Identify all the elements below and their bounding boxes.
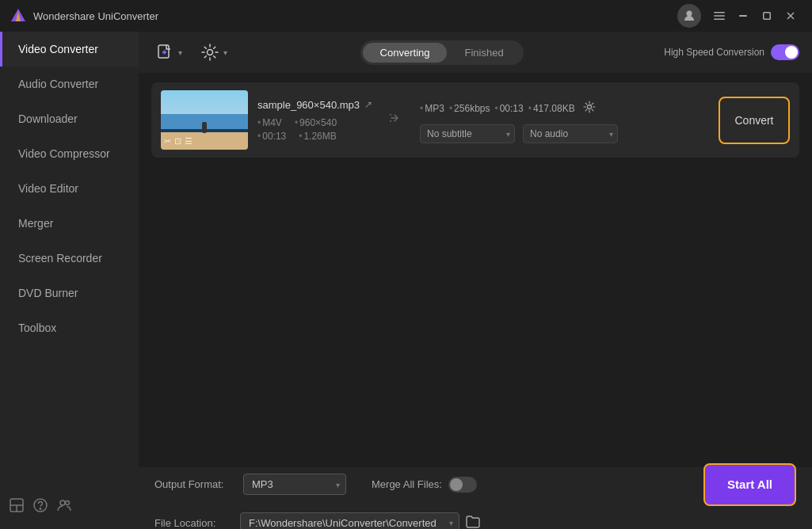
location-select-wrap: F:\Wondershare\UniConverter\Converted — [240, 512, 459, 530]
sidebar-item-video-editor[interactable]: Video Editor — [0, 171, 139, 206]
menu-btn[interactable] — [707, 4, 731, 28]
speed-label: High Speed Conversion — [664, 47, 764, 58]
thumbnail-controls: ✂ ⊡ ☰ — [164, 136, 193, 147]
file-item: ✂ ⊡ ☰ sample_960×540.mp3 ↗ •M4V — [151, 82, 799, 158]
output-info: •MP3 •256kbps •00:13 •417.08KB — [420, 97, 709, 143]
svg-point-15 — [60, 500, 65, 505]
sidebar-item-video-converter[interactable]: Video Converter — [0, 32, 139, 67]
source-resolution: •960×540 — [295, 117, 337, 128]
output-size: •417.08KB — [528, 103, 575, 114]
help-icon[interactable] — [33, 498, 48, 516]
subtitle-dropdown-wrap: No subtitle — [420, 124, 515, 143]
minimize-btn[interactable] — [731, 4, 755, 28]
file-meta: •M4V •960×540 •00:13 •1.26MB — [257, 117, 372, 142]
svg-rect-7 — [764, 13, 771, 20]
speed-section: High Speed Conversion — [664, 44, 799, 60]
settings-caret: ▾ — [223, 48, 227, 57]
title-bar: Wondershare UniConverter — [0, 0, 812, 32]
svg-point-23 — [587, 105, 591, 108]
output-format-select[interactable]: MP3 — [243, 474, 346, 495]
sidebar-item-video-compressor[interactable]: Video Compressor — [0, 136, 139, 171]
high-speed-toggle[interactable] — [771, 44, 799, 60]
subtitle-dropdown[interactable]: No subtitle — [420, 124, 515, 143]
sidebar-item-downloader[interactable]: Downloader — [0, 101, 139, 136]
merge-knob — [450, 478, 463, 491]
svg-point-2 — [687, 11, 692, 17]
file-info: sample_960×540.mp3 ↗ •M4V •960×540 — [257, 99, 372, 142]
user-avatar-btn[interactable] — [677, 4, 701, 28]
folder-browse-btn[interactable] — [466, 516, 480, 530]
convert-btn[interactable]: Convert — [719, 97, 790, 144]
meta-row-1: •M4V •960×540 — [257, 117, 372, 128]
sidebar: Video Converter Audio Converter Download… — [0, 32, 139, 529]
sidebar-item-toolbox[interactable]: Toolbox — [0, 310, 139, 345]
svg-rect-3 — [714, 12, 725, 13]
file-name-row: sample_960×540.mp3 ↗ — [257, 99, 372, 111]
sidebar-item-merger[interactable]: Merger — [0, 206, 139, 241]
output-format-label: Output Format: — [154, 478, 234, 490]
meta-row-2: •00:13 •1.26MB — [257, 131, 372, 142]
bottom-bar: Output Format: MP3 Merge All Files: Star… — [139, 467, 812, 529]
toolbar: ▾ ▾ Converting Finished High Speed Conve… — [139, 32, 812, 73]
merge-label: Merge All Files: — [372, 478, 442, 490]
svg-rect-5 — [714, 19, 725, 21]
file-name: sample_960×540.mp3 — [257, 99, 360, 111]
crop-icon[interactable]: ⊡ — [174, 136, 181, 147]
tab-switcher: Converting Finished — [360, 40, 524, 65]
file-list-area: ✂ ⊡ ☰ sample_960×540.mp3 ↗ •M4V — [139, 73, 812, 467]
bottom-row-1: Output Format: MP3 Merge All Files: Star… — [154, 463, 796, 506]
output-settings-btn[interactable] — [580, 97, 599, 120]
file-location-select[interactable]: F:\Wondershare\UniConverter\Converted — [240, 512, 459, 530]
list-icon[interactable]: ☰ — [185, 136, 193, 147]
file-link-icon[interactable]: ↗ — [364, 99, 372, 110]
merge-section: Merge All Files: — [372, 477, 477, 493]
merge-toggle[interactable] — [448, 477, 477, 493]
scissors-icon[interactable]: ✂ — [164, 136, 171, 147]
tab-converting[interactable]: Converting — [363, 43, 448, 63]
audio-dropdown-wrap: No audio — [523, 124, 618, 143]
sidebar-item-screen-recorder[interactable]: Screen Recorder — [0, 241, 139, 276]
source-size: •1.26MB — [299, 131, 337, 142]
main-layout: Video Converter Audio Converter Download… — [0, 32, 812, 529]
file-thumbnail: ✂ ⊡ ☰ — [161, 90, 248, 150]
svg-point-14 — [40, 508, 40, 509]
add-file-caret: ▾ — [178, 48, 182, 57]
sidebar-item-dvd-burner[interactable]: DVD Burner — [0, 276, 139, 310]
svg-point-16 — [66, 501, 70, 505]
sidebar-bottom-icons — [0, 485, 139, 529]
app-title: Wondershare UniConverter — [33, 10, 677, 22]
add-file-btn[interactable]: ▾ — [151, 40, 187, 64]
users-icon[interactable] — [57, 498, 71, 516]
sidebar-item-audio-converter[interactable]: Audio Converter — [0, 67, 139, 101]
output-bitrate: •256kbps — [449, 103, 490, 114]
toggle-knob — [785, 46, 798, 59]
output-dropdowns: No subtitle No audio — [420, 124, 709, 143]
app-logo — [10, 7, 27, 25]
output-format: •MP3 — [420, 103, 444, 114]
svg-rect-4 — [714, 15, 725, 17]
convert-arrow — [382, 110, 410, 130]
settings-btn[interactable]: ▾ — [196, 40, 232, 64]
maximize-btn[interactable] — [755, 4, 779, 28]
svg-rect-6 — [739, 15, 747, 17]
tab-finished[interactable]: Finished — [447, 43, 520, 63]
svg-point-20 — [208, 50, 213, 55]
panel-icon[interactable] — [10, 498, 24, 516]
content-area: ▾ ▾ Converting Finished High Speed Conve… — [139, 32, 812, 529]
bottom-row-2: File Location: F:\Wondershare\UniConvert… — [154, 512, 796, 530]
output-duration: •00:13 — [494, 103, 523, 114]
start-all-btn[interactable]: Start All — [703, 463, 796, 506]
output-specs-row: •MP3 •256kbps •00:13 •417.08KB — [420, 97, 709, 120]
source-format: •M4V — [257, 117, 282, 128]
file-location-label: File Location: — [154, 517, 234, 529]
close-btn[interactable] — [779, 4, 802, 28]
format-select-wrap: MP3 — [243, 474, 346, 495]
audio-dropdown[interactable]: No audio — [523, 124, 618, 143]
source-duration: •00:13 — [257, 131, 286, 142]
beach-figure — [202, 122, 207, 133]
